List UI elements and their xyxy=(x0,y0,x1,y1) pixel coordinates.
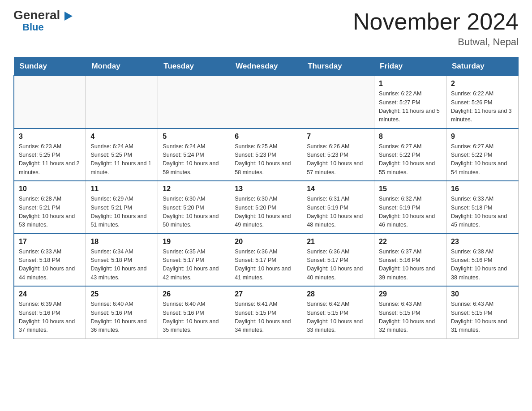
sun-info: Sunrise: 6:39 AMSunset: 5:16 PMDaylight:… xyxy=(19,300,81,335)
sun-info: Sunrise: 6:22 AMSunset: 5:26 PMDaylight:… xyxy=(451,90,514,124)
calendar-cell: 5Sunrise: 6:24 AMSunset: 5:24 PMDaylight… xyxy=(158,128,230,181)
title-block: November 2024 Butwal, Nepal xyxy=(353,9,519,48)
day-number: 10 xyxy=(19,185,81,193)
day-number: 12 xyxy=(163,185,225,193)
sun-info: Sunrise: 6:35 AMSunset: 5:17 PMDaylight:… xyxy=(163,248,225,283)
day-number: 17 xyxy=(19,238,81,246)
calendar-cell xyxy=(230,76,302,128)
calendar-cell: 19Sunrise: 6:35 AMSunset: 5:17 PMDayligh… xyxy=(158,234,230,287)
sun-info: Sunrise: 6:26 AMSunset: 5:23 PMDaylight:… xyxy=(307,142,369,177)
svg-marker-0 xyxy=(64,12,73,21)
calendar-cell: 4Sunrise: 6:24 AMSunset: 5:25 PMDaylight… xyxy=(86,128,158,181)
day-number: 8 xyxy=(379,133,442,141)
calendar-cell: 27Sunrise: 6:41 AMSunset: 5:15 PMDayligh… xyxy=(230,286,302,338)
sun-info: Sunrise: 6:28 AMSunset: 5:21 PMDaylight:… xyxy=(19,195,81,230)
calendar-cell: 12Sunrise: 6:30 AMSunset: 5:20 PMDayligh… xyxy=(158,181,230,234)
day-number: 26 xyxy=(163,290,225,298)
sun-info: Sunrise: 6:30 AMSunset: 5:20 PMDaylight:… xyxy=(163,195,225,230)
sun-info: Sunrise: 6:33 AMSunset: 5:18 PMDaylight:… xyxy=(451,195,514,230)
calendar-cell: 25Sunrise: 6:40 AMSunset: 5:16 PMDayligh… xyxy=(86,286,158,338)
day-number: 22 xyxy=(379,238,442,246)
header-day-wednesday: Wednesday xyxy=(230,57,302,76)
calendar-cell: 17Sunrise: 6:33 AMSunset: 5:18 PMDayligh… xyxy=(14,234,86,287)
calendar-cell: 29Sunrise: 6:43 AMSunset: 5:15 PMDayligh… xyxy=(374,286,446,338)
calendar-cell: 13Sunrise: 6:30 AMSunset: 5:20 PMDayligh… xyxy=(230,181,302,234)
header-day-friday: Friday xyxy=(374,57,446,76)
sun-info: Sunrise: 6:27 AMSunset: 5:22 PMDaylight:… xyxy=(379,142,442,177)
day-number: 28 xyxy=(307,290,369,298)
sun-info: Sunrise: 6:23 AMSunset: 5:25 PMDaylight:… xyxy=(19,142,81,177)
sun-info: Sunrise: 6:43 AMSunset: 5:15 PMDaylight:… xyxy=(379,300,442,335)
day-number: 25 xyxy=(90,290,153,298)
calendar-cell: 24Sunrise: 6:39 AMSunset: 5:16 PMDayligh… xyxy=(14,286,86,338)
week-row-5: 24Sunrise: 6:39 AMSunset: 5:16 PMDayligh… xyxy=(14,286,519,338)
sun-info: Sunrise: 6:40 AMSunset: 5:16 PMDaylight:… xyxy=(163,300,225,335)
sun-info: Sunrise: 6:43 AMSunset: 5:15 PMDaylight:… xyxy=(451,300,514,335)
calendar-cell: 20Sunrise: 6:36 AMSunset: 5:17 PMDayligh… xyxy=(230,234,302,287)
sun-info: Sunrise: 6:34 AMSunset: 5:18 PMDaylight:… xyxy=(90,248,153,283)
header-day-monday: Monday xyxy=(86,57,158,76)
day-number: 23 xyxy=(451,238,514,246)
day-number: 13 xyxy=(235,185,297,193)
calendar-body: 1Sunrise: 6:22 AMSunset: 5:27 PMDaylight… xyxy=(14,76,519,338)
sun-info: Sunrise: 6:37 AMSunset: 5:16 PMDaylight:… xyxy=(379,248,442,283)
calendar-cell: 14Sunrise: 6:31 AMSunset: 5:19 PMDayligh… xyxy=(302,181,374,234)
day-number: 9 xyxy=(451,133,514,141)
day-number: 15 xyxy=(379,185,442,193)
calendar-cell: 30Sunrise: 6:43 AMSunset: 5:15 PMDayligh… xyxy=(446,286,519,338)
logo-general-text: General xyxy=(13,9,73,21)
sun-info: Sunrise: 6:30 AMSunset: 5:20 PMDaylight:… xyxy=(235,195,297,230)
logo-blue-text: Blue xyxy=(22,21,44,33)
sun-info: Sunrise: 6:32 AMSunset: 5:19 PMDaylight:… xyxy=(379,195,442,230)
day-number: 5 xyxy=(163,133,225,141)
location-title: Butwal, Nepal xyxy=(353,36,519,48)
calendar-cell xyxy=(302,76,374,128)
sun-info: Sunrise: 6:36 AMSunset: 5:17 PMDaylight:… xyxy=(307,248,369,283)
calendar-cell: 28Sunrise: 6:42 AMSunset: 5:15 PMDayligh… xyxy=(302,286,374,338)
week-row-4: 17Sunrise: 6:33 AMSunset: 5:18 PMDayligh… xyxy=(14,234,519,287)
day-number: 2 xyxy=(451,80,514,88)
header-day-saturday: Saturday xyxy=(446,57,519,76)
sun-info: Sunrise: 6:24 AMSunset: 5:25 PMDaylight:… xyxy=(90,142,153,177)
header-day-sunday: Sunday xyxy=(14,57,86,76)
day-number: 7 xyxy=(307,133,369,141)
day-number: 18 xyxy=(90,238,153,246)
calendar-cell: 16Sunrise: 6:33 AMSunset: 5:18 PMDayligh… xyxy=(446,181,519,234)
calendar-cell: 11Sunrise: 6:29 AMSunset: 5:21 PMDayligh… xyxy=(86,181,158,234)
calendar-table: SundayMondayTuesdayWednesdayThursdayFrid… xyxy=(13,57,519,339)
week-row-3: 10Sunrise: 6:28 AMSunset: 5:21 PMDayligh… xyxy=(14,181,519,234)
day-number: 27 xyxy=(235,290,297,298)
page-header: General Blue November 2024 Butwal, Nepal xyxy=(13,9,519,48)
sun-info: Sunrise: 6:31 AMSunset: 5:19 PMDaylight:… xyxy=(307,195,369,230)
calendar-cell: 2Sunrise: 6:22 AMSunset: 5:26 PMDaylight… xyxy=(446,76,519,128)
day-number: 14 xyxy=(307,185,369,193)
day-number: 6 xyxy=(235,133,297,141)
calendar-cell: 22Sunrise: 6:37 AMSunset: 5:16 PMDayligh… xyxy=(374,234,446,287)
calendar-cell xyxy=(86,76,158,128)
calendar-cell: 23Sunrise: 6:38 AMSunset: 5:16 PMDayligh… xyxy=(446,234,519,287)
calendar-cell: 15Sunrise: 6:32 AMSunset: 5:19 PMDayligh… xyxy=(374,181,446,234)
sun-info: Sunrise: 6:42 AMSunset: 5:15 PMDaylight:… xyxy=(307,300,369,335)
month-title: November 2024 xyxy=(353,9,519,34)
calendar-cell xyxy=(158,76,230,128)
calendar-header: SundayMondayTuesdayWednesdayThursdayFrid… xyxy=(14,57,519,76)
sun-info: Sunrise: 6:24 AMSunset: 5:24 PMDaylight:… xyxy=(163,142,225,177)
week-row-2: 3Sunrise: 6:23 AMSunset: 5:25 PMDaylight… xyxy=(14,128,519,181)
header-row: SundayMondayTuesdayWednesdayThursdayFrid… xyxy=(14,57,519,76)
header-day-tuesday: Tuesday xyxy=(158,57,230,76)
calendar-cell: 18Sunrise: 6:34 AMSunset: 5:18 PMDayligh… xyxy=(86,234,158,287)
sun-info: Sunrise: 6:22 AMSunset: 5:27 PMDaylight:… xyxy=(379,90,442,124)
header-day-thursday: Thursday xyxy=(302,57,374,76)
sun-info: Sunrise: 6:36 AMSunset: 5:17 PMDaylight:… xyxy=(235,248,297,283)
day-number: 30 xyxy=(451,290,514,298)
sun-info: Sunrise: 6:41 AMSunset: 5:15 PMDaylight:… xyxy=(235,300,297,335)
day-number: 24 xyxy=(19,290,81,298)
calendar-cell: 3Sunrise: 6:23 AMSunset: 5:25 PMDaylight… xyxy=(14,128,86,181)
calendar-cell: 7Sunrise: 6:26 AMSunset: 5:23 PMDaylight… xyxy=(302,128,374,181)
calendar-cell: 1Sunrise: 6:22 AMSunset: 5:27 PMDaylight… xyxy=(374,76,446,128)
sun-info: Sunrise: 6:25 AMSunset: 5:23 PMDaylight:… xyxy=(235,142,297,177)
calendar-cell xyxy=(14,76,86,128)
day-number: 16 xyxy=(451,185,514,193)
day-number: 4 xyxy=(90,133,153,141)
calendar-cell: 26Sunrise: 6:40 AMSunset: 5:16 PMDayligh… xyxy=(158,286,230,338)
